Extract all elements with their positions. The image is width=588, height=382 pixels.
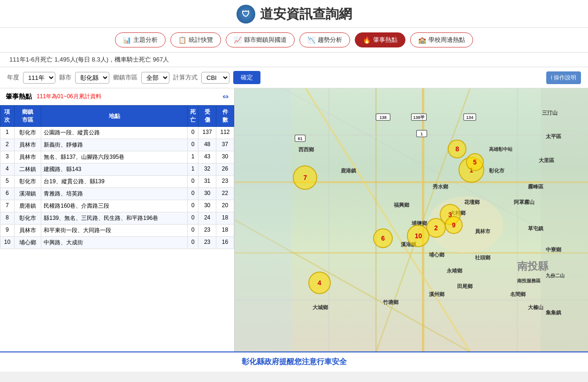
sidebar-subtitle: 111年為01~06月累計資料 [37,93,101,101]
cell-rank: 7 [0,200,15,212]
hotspot-table: 項次 鄉鎮市區 地點 死亡 受傷 件數 1 彰化市 公園路一段、縱貫公路 0 1… [0,105,234,249]
cell-injury: 24 [199,212,216,225]
year-label: 年度 [7,73,19,82]
nav-btn-school[interactable]: 🏫學校周邊熱點 [410,32,473,47]
col-count: 件數 [216,106,234,127]
map-area-label: 高雄彰中站 [489,146,512,153]
svg-text:1: 1 [420,132,423,136]
cell-death: 1 [187,164,198,176]
cell-location: 中興路、大成街 [41,237,188,249]
svg-rect-12 [235,88,291,351]
table-row[interactable]: 5 彰化市 台19、縱貫公路、縣139 0 31 23 [0,176,234,188]
method-select[interactable]: CBI件數死亡 [201,72,229,84]
county-icon: 📈 [234,36,242,44]
cell-death: 0 [187,127,198,139]
cell-injury: 30 [199,200,216,212]
cell-death: 0 [187,188,198,200]
stats-icon: 📋 [178,36,186,44]
map-area-label: 花壇鄉 [464,199,480,206]
cell-death: 1 [187,151,198,164]
stats-label: 統計快覽 [189,36,213,44]
map-area-label: 秀水鄉 [433,183,448,190]
map-area-label: 草屯鎮 [528,225,543,232]
cell-rank: 8 [0,212,15,225]
county-select[interactable]: 彰化縣台北市新北市 [75,72,109,84]
hotspot-8[interactable]: 8 [448,140,466,158]
cell-district: 彰化市 [14,212,41,225]
map-area-label: 田尾鄉 [457,283,473,290]
table-row[interactable]: 9 員林市 和平東街一段、大同路一段 0 23 18 [0,225,234,237]
cell-death: 0 [187,212,198,225]
hotspot-4[interactable]: 4 [308,272,331,294]
cell-injury: 32 [199,164,216,176]
school-icon: 🏫 [418,36,426,44]
map-area-label: 社頭鄉 [475,254,490,261]
table-row[interactable]: 1 彰化市 公園路一段、縱貫公路 0 137 112 [0,127,234,139]
cell-rank: 1 [0,127,15,139]
svg-text:134: 134 [466,115,473,120]
district-label: 鄉鎮市區 [113,73,137,82]
cell-location: 台19、縱貫公路、縣139 [41,176,188,188]
nav-btn-county[interactable]: 📈縣市鄉鎮與國道 [226,32,295,47]
map-area-label: 竹塘鄉 [383,299,398,306]
hotspot-9[interactable]: 9 [445,216,463,234]
cell-district: 員林市 [14,225,41,237]
confirm-button[interactable]: 確定 [233,71,260,84]
map-area-label: 永靖鄉 [447,267,462,274]
cell-count: 22 [216,188,234,200]
cell-injury: 30 [199,188,216,200]
map-area-label: 三汀山 [542,109,557,117]
svg-text:61: 61 [298,136,303,141]
svg-line-11 [282,88,541,229]
hotspot-5[interactable]: 5 [466,153,484,171]
cell-count: 18 [216,225,234,237]
district-select[interactable]: 全部 [141,72,169,84]
cell-district: 員林市 [14,151,41,164]
nav-btn-trend[interactable]: 📉趨勢分析 [299,32,350,47]
cell-location: 和平東街一段、大同路一段 [41,225,188,237]
map-area-label: 阿罩霧山 [514,199,535,206]
hotspot-label: 肇事熱點 [373,36,397,44]
cell-death: 0 [187,139,198,151]
cell-district: 彰化市 [14,127,41,139]
table-row[interactable]: 6 溪湖鎮 青雅路、培英路 0 30 22 [0,188,234,200]
table-row[interactable]: 7 鹿港鎮 民權路160巷、介壽路三段 0 30 20 [0,200,234,212]
cell-district: 埔心鄉 [14,237,41,249]
nav-btn-stats[interactable]: 📋統計快覽 [170,32,221,47]
cell-location: 新義街、靜修路 [41,139,188,151]
nav-btn-theme[interactable]: 📊主題分析 [115,32,166,47]
table-header-row: 項次 鄉鎮市區 地點 死亡 受傷 件數 [0,106,234,127]
table-row[interactable]: 10 埔心鄉 中興路、大成街 0 23 16 [0,237,234,249]
cell-rank: 5 [0,176,15,188]
map-area-label: 霧峰區 [528,183,543,190]
map-area-label: 鹿港鎮 [341,167,356,174]
help-button[interactable]: i 操作說明 [546,71,581,84]
col-injury: 受傷 [199,106,216,127]
page-header: 🛡 道安資訊查詢網 [0,0,588,28]
map-area-label: 西西鄉 [298,146,314,153]
cell-death: 0 [187,200,198,212]
cell-injury: 43 [199,151,216,164]
county-label: 縣市鄉鎮與國道 [244,36,287,44]
cell-rank: 9 [0,225,15,237]
table-row[interactable]: 8 彰化市 縣139、無名、三民路、民生路、和平路196巷 0 24 18 [0,212,234,225]
table-row[interactable]: 2 員林市 新義街、靜修路 0 48 37 [0,139,234,151]
cell-count: 16 [216,237,234,249]
cell-district: 二林鎮 [14,164,41,176]
cell-district: 彰化市 [14,176,41,188]
collapse-button[interactable]: ⇔ [222,92,229,101]
map-area-label: 溪州鄉 [429,291,444,298]
header-icon: 🛡 [237,5,255,23]
col-rank: 項次 [0,106,15,127]
table-row[interactable]: 3 員林市 無名、縣137、山腳路六段395巷 1 43 30 [0,151,234,164]
map-container: 1 61 134 138 138甲 南投縣花壇鄉秀水鄉大村鄉員林市溪湖鎮埔心鄉埔… [235,88,588,351]
cell-count: 26 [216,164,234,176]
year-select[interactable]: 111年110年109年 [23,72,55,84]
county-label: 縣市 [59,73,71,82]
map-area-label: 埔心鄉 [429,251,444,258]
map-area-label: 九份二山 [546,273,565,279]
page-footer: 彰化縣政府提醒您注意行車安全 [0,351,588,372]
hotspot-10[interactable]: 10 [407,225,429,247]
table-row[interactable]: 4 二林鎮 建國路、縣143 1 32 26 [0,164,234,176]
nav-btn-hotspot[interactable]: 🔥肇事熱點 [355,32,405,47]
